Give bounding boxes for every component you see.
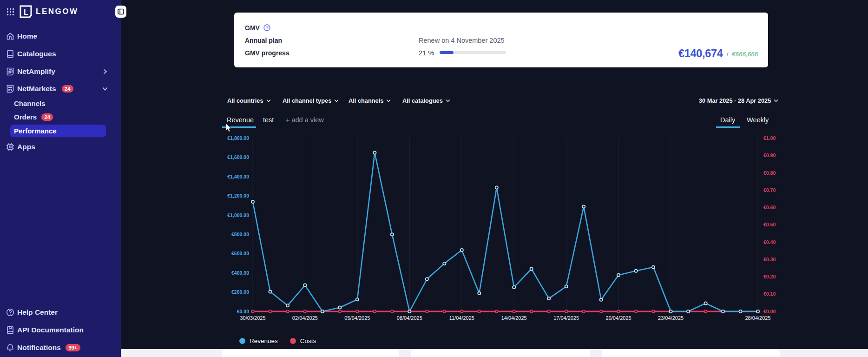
svg-text:L: L	[24, 8, 28, 16]
svg-text:?: ?	[266, 25, 269, 30]
